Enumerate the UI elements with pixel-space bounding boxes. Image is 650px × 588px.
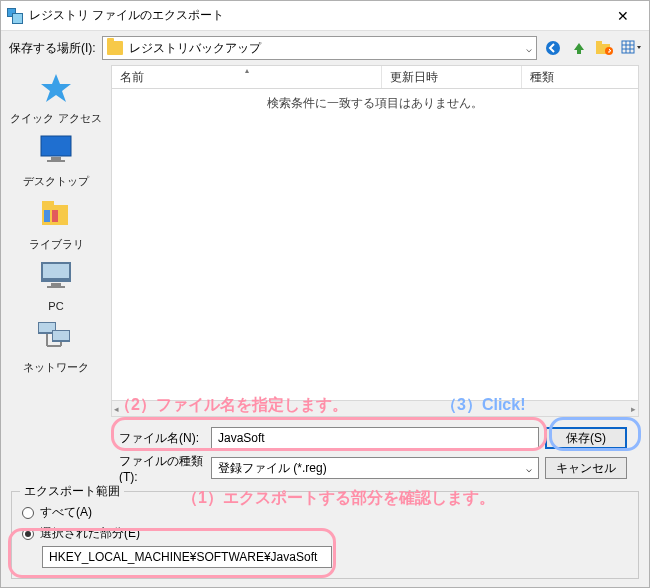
list-panel: 名前 ▴ 更新日時 種類 検索条件に一致する項目はありません。 ◂ ▸ （2）フ… bbox=[111, 65, 649, 487]
titlebar: レジストリ ファイルのエクスポート ✕ bbox=[1, 1, 649, 31]
filename-input[interactable]: JavaSoft bbox=[211, 427, 539, 449]
scroll-left-icon: ◂ bbox=[114, 404, 119, 414]
libraries-icon bbox=[38, 197, 74, 233]
chevron-down-icon: ⌵ bbox=[526, 43, 532, 54]
close-button[interactable]: ✕ bbox=[603, 8, 643, 24]
star-icon bbox=[38, 71, 74, 107]
up-button[interactable] bbox=[569, 38, 589, 58]
back-arrow-icon bbox=[545, 40, 561, 56]
export-range-group: エクスポート範囲 （1）エクスポートする部分を確認します。 すべて(A) 選択さ… bbox=[11, 491, 639, 579]
radio-all-label: すべて(A) bbox=[40, 504, 92, 521]
chevron-down-icon: ⌵ bbox=[526, 463, 532, 474]
filetype-label: ファイルの種類(T): bbox=[119, 453, 205, 484]
svg-point-0 bbox=[546, 41, 560, 55]
filetype-row: ファイルの種類(T): 登録ファイル (*.reg) ⌵ キャンセル bbox=[111, 453, 639, 483]
file-list[interactable]: 検索条件に一致する項目はありません。 bbox=[111, 89, 639, 401]
new-folder-button[interactable] bbox=[595, 38, 615, 58]
sort-asc-icon: ▴ bbox=[245, 66, 249, 75]
svg-rect-24 bbox=[53, 331, 69, 340]
places-bar: クイック アクセス デスクトップ ライブラリ PC bbox=[1, 65, 111, 487]
svg-rect-11 bbox=[51, 157, 61, 160]
location-value: レジストリバックアップ bbox=[129, 40, 261, 57]
svg-rect-2 bbox=[596, 41, 602, 45]
window-title: レジストリ ファイルのエクスポート bbox=[29, 7, 603, 24]
svg-rect-12 bbox=[47, 160, 65, 162]
svg-rect-16 bbox=[52, 210, 58, 222]
back-button[interactable] bbox=[543, 38, 563, 58]
svg-rect-9 bbox=[41, 136, 71, 156]
place-label: ライブラリ bbox=[6, 237, 106, 252]
regedit-icon bbox=[7, 8, 23, 24]
empty-message: 検索条件に一致する項目はありません。 bbox=[267, 96, 483, 110]
svg-rect-20 bbox=[47, 286, 65, 288]
main-area: クイック アクセス デスクトップ ライブラリ PC bbox=[1, 65, 649, 487]
place-label: デスクトップ bbox=[6, 174, 106, 189]
filetype-combo[interactable]: 登録ファイル (*.reg) ⌵ bbox=[211, 457, 539, 479]
selected-path-input[interactable]: HKEY_LOCAL_MACHINE¥SOFTWARE¥JavaSoft bbox=[42, 546, 332, 568]
column-headers: 名前 ▴ 更新日時 種類 bbox=[111, 65, 639, 89]
cancel-button[interactable]: キャンセル bbox=[545, 457, 627, 479]
scroll-right-icon: ▸ bbox=[631, 404, 636, 414]
toolbar: 保存する場所(I): レジストリバックアップ ⌵ bbox=[1, 31, 649, 65]
pc-icon bbox=[38, 260, 74, 296]
place-libraries[interactable]: ライブラリ bbox=[6, 197, 106, 252]
view-menu-button[interactable] bbox=[621, 38, 641, 58]
place-quick-access[interactable]: クイック アクセス bbox=[6, 71, 106, 126]
radio-icon-selected bbox=[22, 528, 34, 540]
filename-label: ファイル名(N): bbox=[119, 430, 205, 447]
save-button[interactable]: 保存(S) bbox=[545, 427, 627, 449]
place-desktop[interactable]: デスクトップ bbox=[6, 134, 106, 189]
new-folder-icon bbox=[596, 40, 614, 56]
up-arrow-icon bbox=[571, 40, 587, 56]
col-type[interactable]: 種類 bbox=[522, 66, 638, 88]
svg-rect-18 bbox=[43, 264, 69, 278]
location-combo[interactable]: レジストリバックアップ ⌵ bbox=[102, 36, 537, 60]
export-dialog: レジストリ ファイルのエクスポート ✕ 保存する場所(I): レジストリバックア… bbox=[0, 0, 650, 588]
fields-area: （2）ファイル名を指定します。 （3）Click! ファイル名(N): Java… bbox=[111, 417, 639, 487]
desktop-icon bbox=[38, 134, 74, 170]
view-grid-icon bbox=[621, 40, 641, 56]
radio-all[interactable]: すべて(A) bbox=[22, 504, 628, 521]
col-name[interactable]: 名前 ▴ bbox=[112, 66, 382, 88]
svg-rect-15 bbox=[44, 210, 50, 222]
horizontal-scrollbar[interactable]: ◂ ▸ bbox=[111, 401, 639, 417]
radio-selected-label: 選択された部分(E) bbox=[40, 525, 140, 542]
svg-rect-19 bbox=[51, 283, 61, 286]
filename-row: ファイル名(N): JavaSoft 保存(S) bbox=[111, 423, 639, 453]
place-label: PC bbox=[6, 300, 106, 312]
col-date[interactable]: 更新日時 bbox=[382, 66, 522, 88]
radio-icon bbox=[22, 507, 34, 519]
place-label: クイック アクセス bbox=[6, 111, 106, 126]
place-pc[interactable]: PC bbox=[6, 260, 106, 312]
location-label: 保存する場所(I): bbox=[9, 40, 96, 57]
network-icon bbox=[38, 320, 74, 356]
svg-rect-14 bbox=[42, 201, 54, 207]
radio-selected[interactable]: 選択された部分(E) bbox=[22, 525, 628, 542]
folder-icon bbox=[107, 41, 123, 55]
svg-rect-4 bbox=[622, 41, 634, 53]
export-legend: エクスポート範囲 bbox=[20, 483, 124, 500]
place-label: ネットワーク bbox=[6, 360, 106, 375]
place-network[interactable]: ネットワーク bbox=[6, 320, 106, 375]
